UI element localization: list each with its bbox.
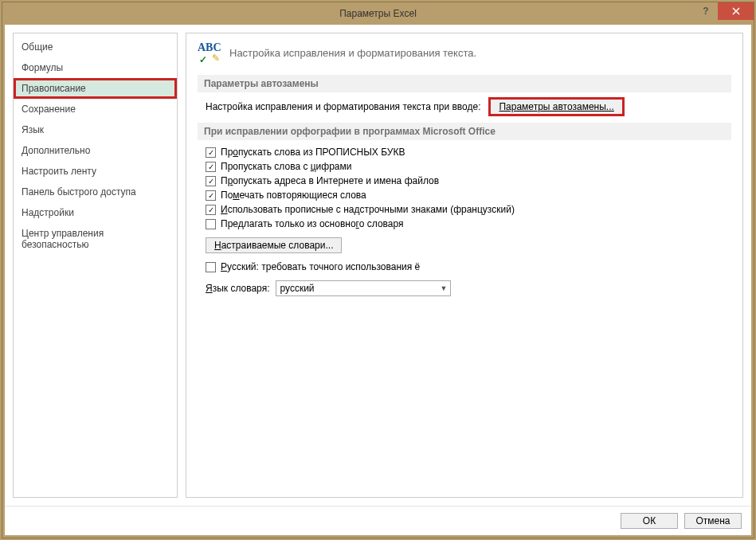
sidebar-item-general[interactable]: Общие — [14, 37, 177, 57]
sidebar-item-addins[interactable]: Надстройки — [14, 202, 177, 223]
page-subtitle: Настройка исправления и форматирования т… — [229, 47, 476, 59]
custom-dictionaries-button[interactable]: Настраиваемые словари... — [206, 237, 342, 253]
sidebar-item-trust-center[interactable]: Центр управления безопасностью — [14, 223, 177, 255]
checkbox-icon[interactable] — [206, 262, 216, 272]
dialog-footer: ОК Отмена — [5, 506, 751, 535]
autocorrect-label: Настройка исправления и форматирования т… — [206, 101, 480, 112]
autocorrect-options-button[interactable]: Параметры автозамены... — [490, 99, 622, 115]
spellcheck-icon: ABC ✓ ✎ — [198, 41, 221, 64]
spelling-options: Пропускать слова из ПРОПИСНЫХ БУКВ Пропу… — [206, 147, 731, 296]
titlebar: Параметры Excel ? — [2, 2, 754, 25]
dialog-window: Параметры Excel ? Общие Формулы Правопис… — [2, 2, 754, 538]
checkbox-icon[interactable] — [206, 162, 216, 172]
checkbox-icon[interactable] — [206, 147, 216, 158]
dropdown-value: русский — [280, 283, 314, 294]
window-controls: ? — [694, 2, 754, 20]
dictionary-language-dropdown[interactable]: русский ▼ — [276, 280, 451, 296]
opt-flag-repeated[interactable]: Помечать повторяющиеся слова — [206, 190, 731, 201]
section-autocorrect-heading: Параметры автозамены — [198, 75, 731, 92]
window-title: Параметры Excel — [2, 8, 754, 19]
close-button[interactable] — [718, 2, 754, 20]
opt-ignore-uppercase[interactable]: Пропускать слова из ПРОПИСНЫХ БУКВ — [206, 147, 731, 158]
opt-french-accents[interactable]: Использовать прописные с надстрочными зн… — [206, 204, 731, 215]
section-spelling-heading: При исправлении орфографии в программах … — [198, 123, 731, 140]
dictionary-language-row: Язык словаря: русский ▼ — [206, 280, 731, 296]
chevron-down-icon: ▼ — [441, 284, 448, 292]
opt-ignore-numbers[interactable]: Пропускать слова с цифрами — [206, 161, 731, 172]
sidebar-item-save[interactable]: Сохранение — [14, 99, 177, 119]
sidebar: Общие Формулы Правописание Сохранение Яз… — [13, 33, 178, 498]
checkbox-icon[interactable] — [206, 219, 216, 229]
opt-ignore-internet[interactable]: Пропускать адреса в Интернете и имена фа… — [206, 175, 731, 186]
sidebar-item-customize-ribbon[interactable]: Настроить ленту — [14, 161, 177, 182]
cancel-button[interactable]: Отмена — [684, 513, 742, 529]
sidebar-item-advanced[interactable]: Дополнительно — [14, 140, 177, 161]
sidebar-item-proofing[interactable]: Правописание — [14, 78, 177, 99]
content-pane: ABC ✓ ✎ Настройка исправления и форматир… — [186, 33, 743, 498]
ok-button[interactable]: ОК — [621, 513, 678, 529]
checkbox-icon[interactable] — [206, 176, 216, 186]
main-area: Общие Формулы Правописание Сохранение Яз… — [5, 25, 751, 506]
sidebar-item-language[interactable]: Язык — [14, 119, 177, 140]
opt-main-dictionary-only[interactable]: Предлагать только из основного словаря — [206, 218, 731, 229]
sidebar-item-quick-access[interactable]: Панель быстрого доступа — [14, 182, 177, 202]
close-icon — [732, 7, 740, 15]
checkbox-icon[interactable] — [206, 205, 216, 215]
sidebar-item-formulas[interactable]: Формулы — [14, 57, 177, 78]
help-button[interactable]: ? — [694, 2, 718, 20]
opt-russian-yo[interactable]: Русский: требовать точного использования… — [206, 261, 731, 272]
checkbox-icon[interactable] — [206, 190, 216, 201]
dictionary-language-label: Язык словаря: — [206, 283, 269, 294]
page-header: ABC ✓ ✎ Настройка исправления и форматир… — [198, 41, 731, 64]
client-area: Общие Формулы Правописание Сохранение Яз… — [5, 25, 751, 535]
autocorrect-row: Настройка исправления и форматирования т… — [206, 99, 731, 115]
